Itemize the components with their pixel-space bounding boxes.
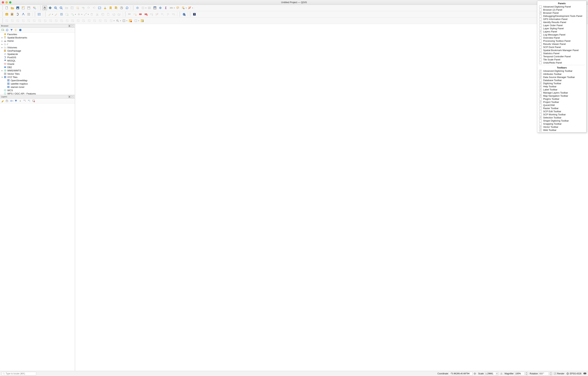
browser-tree-item[interactable]: MSSQL: [0, 59, 75, 62]
label-pin-icon[interactable]: [149, 12, 154, 17]
statistics-icon[interactable]: Σ: [163, 5, 168, 10]
popup-checkbox-item[interactable]: Tile Scale Panel: [537, 58, 586, 61]
new-map-view-icon[interactable]: [97, 5, 102, 10]
browser-tree-item[interactable]: OpenStreetMap: [0, 79, 75, 82]
save-project-icon[interactable]: [15, 5, 20, 10]
new-print-layout-icon[interactable]: [21, 5, 26, 10]
label-move-icon[interactable]: [160, 12, 165, 17]
layers-remove-icon[interactable]: [32, 99, 35, 103]
toolbox-icon[interactable]: [158, 5, 163, 10]
layers-collapse-icon[interactable]: [27, 99, 31, 103]
popup-checkbox-item[interactable]: ✓Attributes Toolbar: [537, 73, 586, 76]
new-3d-view-icon[interactable]: [103, 5, 107, 10]
field-calculator-icon[interactable]: [152, 5, 157, 10]
popup-checkbox-item[interactable]: ✓Layers Panel: [537, 30, 586, 33]
zoom-in-icon[interactable]: [53, 5, 58, 10]
layers-visibility-icon[interactable]: ▾: [10, 99, 13, 103]
maptips-icon[interactable]: [175, 5, 180, 10]
popup-checkbox-item[interactable]: Processing Toolbox Panel: [537, 39, 586, 42]
scale-input[interactable]: ▾: [484, 372, 498, 376]
popup-checkbox-item[interactable]: Browser (2) Panel: [537, 8, 586, 11]
browser-tree-item[interactable]: ▾XYZ Tiles: [0, 75, 75, 79]
adv-digit-16-icon[interactable]: [87, 18, 92, 23]
adv-digit-18-icon[interactable]: [98, 18, 103, 23]
layers-undock-button[interactable]: ◧: [68, 95, 71, 98]
browser-properties-icon[interactable]: i: [19, 28, 22, 32]
label-abc-del-icon[interactable]: abc: [144, 12, 148, 17]
popup-checkbox-item[interactable]: ✓Map Navigation Toolbar: [537, 94, 586, 97]
help-icon[interactable]: ?: [192, 12, 197, 17]
popup-checkbox-item[interactable]: Shape Digitizing Toolbar: [537, 119, 586, 122]
adv-digit-swatch1-drop-icon[interactable]: [134, 18, 138, 23]
new-geopackage-icon[interactable]: GP: [10, 12, 15, 17]
show-bookmarks-icon[interactable]: [114, 5, 118, 10]
popup-checkbox-item[interactable]: ✓Help Toolbar: [537, 85, 586, 88]
browser-filter-icon[interactable]: [10, 28, 13, 32]
browser-tree-item[interactable]: ▸/Volumes: [0, 46, 75, 49]
magnifier-input[interactable]: [514, 372, 525, 376]
browser-tree-item[interactable]: Vector Tiles: [0, 72, 75, 75]
adv-digit-12-icon[interactable]: [65, 18, 70, 23]
adv-digit-3-icon[interactable]: [15, 18, 20, 23]
messages-icon[interactable]: [583, 372, 587, 375]
crs-button[interactable]: EPSG:4326: [566, 372, 581, 375]
browser-collapse-icon[interactable]: [14, 28, 18, 32]
layers-add-group-icon[interactable]: [5, 99, 9, 103]
zoom-selection-icon[interactable]: [75, 5, 80, 10]
new-spatialite-icon[interactable]: [21, 12, 26, 17]
new-bookmark-icon[interactable]: [108, 5, 113, 10]
measure-icon[interactable]: [169, 5, 174, 10]
browser-tree-item[interactable]: satellite mapbox: [0, 82, 75, 85]
adv-digit-10-icon[interactable]: [54, 18, 59, 23]
popup-checkbox-item[interactable]: ✓Vector Toolbar: [537, 125, 586, 128]
popup-checkbox-item[interactable]: Temporal Controller Panel: [537, 55, 586, 58]
adv-digit-13-icon[interactable]: [70, 18, 75, 23]
popup-checkbox-item[interactable]: Plugins Toolbar: [537, 97, 586, 101]
browser-tree-item[interactable]: stamen toner: [0, 85, 75, 89]
popup-checkbox-item[interactable]: ✓Project Toolbar: [537, 101, 586, 104]
browser-tree-item[interactable]: ▸/: [0, 42, 75, 46]
popup-checkbox-item[interactable]: SCP Working Toolbar: [537, 113, 586, 116]
adv-digit-2-icon[interactable]: [10, 18, 15, 23]
new-virtual-layer-icon[interactable]: [26, 12, 31, 17]
popup-checkbox-item[interactable]: Overview Panel: [537, 36, 586, 39]
browser-tree-item[interactable]: ▸Spatial Bookmarks: [0, 36, 75, 39]
zoom-native-icon[interactable]: 1:1: [64, 5, 69, 10]
add-feature-icon[interactable]: [70, 12, 75, 17]
temporal-controller-icon[interactable]: [119, 5, 124, 10]
layers-tree[interactable]: [0, 104, 75, 371]
action-icon[interactable]: [141, 5, 145, 10]
browser-tree-item[interactable]: ▸WMS/WMTS: [0, 69, 75, 72]
magnifier-spinner[interactable]: ▲▼: [525, 372, 528, 376]
copy-features-icon[interactable]: [100, 12, 105, 17]
browser-tree-item[interactable]: Oracle: [0, 62, 75, 65]
save-edits-icon[interactable]: [59, 12, 64, 17]
popup-checkbox-item[interactable]: Advanced Digitizing Panel: [537, 5, 586, 8]
popup-checkbox-item[interactable]: Debugging/Development Tools Panel: [537, 14, 586, 18]
adv-digit-5-icon[interactable]: [26, 18, 31, 23]
pan-to-selection-icon[interactable]: [48, 5, 52, 10]
popup-checkbox-item[interactable]: ✓Data Source Manager Toolbar: [537, 76, 586, 79]
layers-panel-header[interactable]: Layers ◧ ×: [0, 95, 75, 98]
layers-expand-icon[interactable]: [23, 99, 26, 103]
select-features-icon[interactable]: [181, 5, 186, 10]
adv-digit-20-icon[interactable]: [109, 18, 114, 23]
label-change-icon[interactable]: [171, 12, 176, 17]
layers-close-button[interactable]: ×: [71, 95, 74, 98]
popup-checkbox-item[interactable]: Log Messages Panel: [537, 33, 586, 36]
layers-expression-icon[interactable]: ε: [19, 99, 22, 103]
browser-undock-button[interactable]: ◧: [68, 24, 71, 27]
popup-checkbox-item[interactable]: Identify Results Panel: [537, 21, 586, 24]
popup-checkbox-item[interactable]: GPS Information Panel: [537, 18, 586, 21]
paste-features-icon[interactable]: [106, 12, 111, 17]
popup-checkbox-item[interactable]: Results Viewer Panel: [537, 42, 586, 46]
popup-checkbox-item[interactable]: Database Toolbar: [537, 79, 586, 82]
rotation-spinner[interactable]: ▲▼: [550, 372, 552, 376]
undo-icon[interactable]: [111, 12, 116, 17]
popup-checkbox-item[interactable]: ✓Web Toolbar: [537, 128, 586, 132]
label-rotate-icon[interactable]: [166, 12, 170, 17]
popup-checkbox-item[interactable]: ✓Browser Panel: [537, 11, 586, 14]
show-layout-manager-icon[interactable]: [26, 5, 31, 10]
adv-digit-15-icon[interactable]: [81, 18, 86, 23]
popup-checkbox-item[interactable]: Raster Toolbar: [537, 107, 586, 110]
